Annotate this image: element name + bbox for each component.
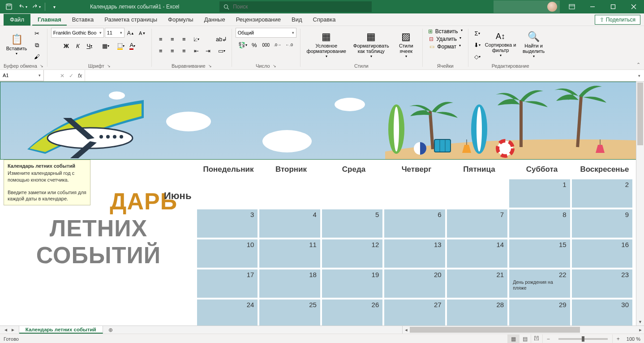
calendar-cell[interactable]: 8 (509, 209, 570, 238)
page-layout-view-icon[interactable]: ▤ (519, 334, 531, 343)
zoom-slider[interactable] (558, 338, 608, 340)
insert-cells-button[interactable]: ⊞Вставить ▾ (426, 28, 464, 35)
calendar-cell[interactable]: 27 (384, 300, 445, 326)
scroll-down-icon[interactable]: ▼ (636, 318, 644, 326)
scroll-right-icon[interactable]: ► (637, 326, 644, 334)
tab-help[interactable]: Справка (308, 14, 341, 26)
clear-icon[interactable]: ◇▾ (472, 52, 483, 62)
tab-review[interactable]: Рецензирование (231, 14, 286, 26)
calendar-cell[interactable]: 21 (447, 269, 507, 298)
ribbon-display-options-icon[interactable] (562, 0, 582, 13)
calendar-cell[interactable]: 30 (572, 300, 632, 326)
calendar-cell[interactable]: 13 (384, 239, 445, 268)
clipboard-launcher-icon[interactable]: ↘ (40, 64, 43, 68)
share-button[interactable]: ⇪Поделиться (595, 15, 640, 25)
calendar-cell[interactable]: 25 (259, 300, 320, 326)
orientation-icon[interactable]: ⟀▾ (191, 34, 202, 45)
calendar-cell[interactable]: 3 (197, 209, 258, 238)
percent-icon[interactable]: % (249, 39, 260, 50)
font-name-combo[interactable]: Franklin Gothic Boo▾ (51, 28, 104, 38)
sort-filter-button[interactable]: A↕ Сортировка и фильтр▾ (485, 30, 517, 61)
calendar-body[interactable]: 12345678910111213141516171819202122День … (197, 179, 636, 326)
tab-formulas[interactable]: Формулы (163, 14, 199, 26)
name-box[interactable]: A1▾ (0, 70, 44, 81)
calendar-cell[interactable]: 16 (572, 239, 632, 268)
calendar-cell[interactable]: 29 (509, 300, 570, 326)
align-center-icon[interactable]: ≡ (167, 46, 178, 56)
enter-formula-icon[interactable]: ✓ (69, 73, 73, 79)
delete-cells-button[interactable]: ⊟Удалить ▾ (427, 35, 463, 43)
sheet-tab-active[interactable]: Календарь летних событий (19, 326, 103, 334)
tab-home[interactable]: Главная (32, 14, 67, 26)
calendar-cell[interactable]: 19 (322, 269, 382, 298)
normal-view-icon[interactable]: ▦ (507, 334, 519, 343)
page-break-view-icon[interactable]: 凹 (531, 334, 542, 343)
paste-button[interactable]: 📋 Вставить ▾ (4, 30, 30, 61)
save-icon[interactable] (3, 1, 15, 13)
calendar-cell[interactable]: 28 (447, 300, 507, 326)
calendar-cell[interactable]: 23 (572, 269, 632, 298)
calendar-cell[interactable]: 12 (322, 239, 382, 268)
calendar-cell[interactable]: 7 (447, 209, 507, 238)
cell-styles-button[interactable]: ▨ Стили ячеек▾ (394, 30, 419, 61)
close-icon[interactable] (623, 0, 644, 13)
conditional-formatting-button[interactable]: ▦ Условное форматирование▾ (304, 30, 349, 61)
fill-icon[interactable]: ⬇▾ (472, 40, 483, 51)
calendar-cell[interactable]: 15 (509, 239, 570, 268)
copy-icon[interactable]: ⧉ (31, 40, 42, 51)
formula-input[interactable] (85, 70, 634, 81)
number-launcher-icon[interactable]: ↘ (273, 64, 276, 68)
borders-icon[interactable]: ▦▾ (100, 40, 111, 51)
collapse-ribbon-icon[interactable]: ⌃ (636, 62, 640, 68)
font-color-icon[interactable]: A▾ (127, 40, 138, 51)
format-as-table-button[interactable]: ▦ Форматировать как таблицу▾ (351, 30, 392, 61)
customize-qat-icon[interactable]: ▾ (48, 1, 60, 13)
calendar-cell[interactable]: 10 (197, 239, 258, 268)
new-sheet-icon[interactable]: ⊕ (103, 326, 118, 334)
calendar-cell[interactable]: 18 (259, 269, 320, 298)
number-format-combo[interactable]: Общий▾ (236, 28, 296, 38)
calendar-cell[interactable]: 9 (572, 209, 632, 238)
underline-icon[interactable]: Ч▾ (84, 40, 95, 51)
format-painter-icon[interactable]: 🖌 (31, 52, 42, 62)
calendar-cell[interactable]: 6 (384, 209, 445, 238)
align-bottom-icon[interactable]: ≡ (179, 34, 189, 45)
calendar-cell[interactable]: 24 (197, 300, 258, 326)
scrollbar-thumb[interactable] (637, 82, 643, 145)
tab-data[interactable]: Данные (199, 14, 231, 26)
horizontal-scrollbar[interactable]: ◄ ► (402, 326, 644, 334)
increase-indent-icon[interactable]: ⇥ (203, 46, 214, 56)
vertical-scrollbar[interactable]: ▲ ▼ (636, 82, 644, 326)
calendar-cell[interactable]: 14 (447, 239, 507, 268)
search-box[interactable] (219, 1, 372, 12)
tab-insert[interactable]: Вставка (67, 14, 99, 26)
calendar-cell[interactable]: 11 (259, 239, 320, 268)
worksheet[interactable]: Календарь летних событий Измените календ… (0, 82, 636, 326)
calendar-cell[interactable]: 4 (259, 209, 320, 238)
tab-page-layout[interactable]: Разметка страницы (99, 14, 163, 26)
autosum-icon[interactable]: Σ▾ (472, 28, 483, 39)
calendar-cell[interactable]: 2 (572, 179, 632, 208)
cut-icon[interactable]: ✂ (31, 28, 42, 39)
decrease-decimal-icon[interactable]: ←.0 (284, 39, 295, 50)
scroll-left-icon[interactable]: ◄ (403, 326, 410, 334)
font-size-combo[interactable]: 11▾ (105, 28, 125, 38)
decrease-font-icon[interactable]: A▼ (137, 28, 148, 39)
alignment-launcher-icon[interactable]: ↘ (208, 64, 212, 68)
account-block[interactable] (494, 0, 560, 13)
increase-font-icon[interactable]: A▲ (125, 28, 136, 39)
tab-file[interactable]: Файл (4, 14, 30, 26)
align-middle-icon[interactable]: ≡ (167, 34, 178, 45)
calendar-cell[interactable]: 5 (322, 209, 382, 238)
tab-view[interactable]: Вид (286, 14, 308, 26)
zoom-out-icon[interactable]: − (542, 334, 554, 343)
calendar-cell[interactable]: 26 (322, 300, 382, 326)
fx-icon[interactable]: fx (78, 73, 82, 79)
sheet-nav[interactable]: ◄► (0, 326, 19, 334)
align-top-icon[interactable]: ≡ (155, 34, 166, 45)
wrap-text-icon[interactable]: ab↲ (215, 34, 228, 45)
calendar-cell[interactable]: 1 (509, 179, 570, 208)
align-right-icon[interactable]: ≡ (179, 46, 189, 56)
calendar-cell[interactable]: 17 (197, 269, 258, 298)
italic-icon[interactable]: К (73, 40, 83, 51)
